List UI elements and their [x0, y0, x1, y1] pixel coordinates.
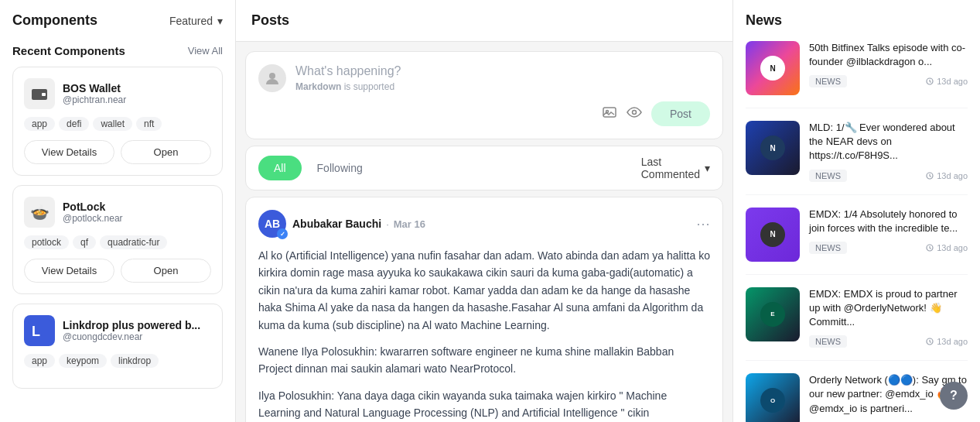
sort-dropdown[interactable]: LastCommented ▾: [641, 156, 710, 180]
post-header: AB ✓ Abubakar Bauchi · Mar 16 ⋯: [258, 210, 710, 238]
news-time-1: 13d ago: [926, 77, 968, 86]
tag-app: app: [24, 354, 55, 368]
compose-area: What's happening? Markdown is supported …: [245, 51, 723, 139]
potlock-name: PotLock: [63, 201, 211, 213]
potlock-handle: @potlock.near: [63, 213, 211, 224]
post-paragraph-3: Ilya Polosukhin: Yana daya daga cikin wa…: [258, 387, 710, 422]
news-thumb-1: N: [746, 41, 800, 95]
svg-text:L: L: [32, 324, 40, 339]
post-author-name: Abubakar Bauchi · Mar 16: [292, 218, 425, 230]
bos-wallet-name: BOS Wallet: [63, 82, 211, 94]
compose-actions: Post: [258, 101, 710, 126]
svg-point-5: [269, 73, 275, 79]
news-item-2[interactable]: N MLD: 1/🔧 Ever wondered about the NEAR …: [746, 121, 968, 195]
news-item-4[interactable]: E EMDX: EMDX is proud to partner up with…: [746, 287, 968, 362]
news-meta-3: NEWS 13d ago: [809, 242, 968, 254]
potlock-card-header: 🍲 PotLock @potlock.near: [24, 197, 211, 228]
tag-app: app: [24, 117, 55, 131]
image-upload-button[interactable]: [602, 105, 617, 124]
news-thumb-5: O: [746, 373, 800, 422]
sidebar-header: Components Featured ▾: [12, 12, 223, 29]
news-info-3: EMDX: 1/4 Absolutely honored to join for…: [809, 208, 968, 262]
recent-components-header: Recent Components View All: [12, 44, 223, 57]
potlock-actions: View Details Open: [24, 259, 211, 283]
help-button[interactable]: ?: [940, 382, 968, 410]
linkdrop-tags: app keypom linkdrop: [24, 354, 211, 368]
preview-button[interactable]: [627, 105, 642, 124]
near-logo-1: N: [760, 56, 785, 81]
news-meta-4: NEWS 13d ago: [809, 335, 968, 348]
news-title: News: [746, 12, 968, 29]
post-date: Mar 16: [394, 218, 425, 230]
component-card-potlock: 🍲 PotLock @potlock.near potlock qf quadr…: [12, 185, 223, 294]
news-badge-3: NEWS: [809, 242, 847, 254]
near-logo-2: N: [760, 136, 785, 160]
bos-wallet-view-details-button[interactable]: View Details: [24, 140, 114, 164]
near-logo-4: E: [760, 302, 785, 327]
bos-wallet-tags: app defi wallet nft: [24, 117, 211, 131]
filter-tabs: All Following: [258, 156, 378, 180]
news-badge-1: NEWS: [809, 75, 847, 87]
news-item-5[interactable]: O Orderly Network (🔵🔵): Say gm to our ne…: [746, 373, 968, 422]
filter-tab-all[interactable]: All: [258, 156, 302, 180]
news-badge-4: NEWS: [809, 335, 847, 348]
post-avatar: AB ✓: [258, 210, 286, 238]
news-info-2: MLD: 1/🔧 Ever wondered about the NEAR de…: [809, 121, 968, 182]
post-author-info: Abubakar Bauchi · Mar 16: [292, 218, 425, 230]
main-feed: Posts What's happening? Markdown is supp…: [236, 0, 732, 422]
posts-title: Posts: [251, 12, 289, 28]
news-meta-2: NEWS 13d ago: [809, 170, 968, 182]
post-card: AB ✓ Abubakar Bauchi · Mar 16 ⋯ Al ko (A…: [245, 197, 723, 422]
news-thumb-2: N: [746, 121, 800, 175]
bos-wallet-handle: @pichtran.near: [63, 94, 211, 105]
potlock-view-details-button[interactable]: View Details: [24, 259, 114, 283]
sort-label: LastCommented: [641, 156, 700, 180]
post-author: AB ✓ Abubakar Bauchi · Mar 16: [258, 210, 425, 238]
tag-quadratic-fur: quadratic-fur: [100, 235, 167, 249]
news-headline-1: 50th Bitfinex Talks episode with co-foun…: [809, 41, 968, 69]
linkdrop-info: Linkdrop plus powered b... @cuongdcdev.n…: [63, 319, 211, 342]
news-time-3: 13d ago: [926, 243, 968, 252]
news-item-3[interactable]: N EMDX: 1/4 Absolutely honored to join f…: [746, 208, 968, 275]
potlock-icon: 🍲: [24, 197, 55, 228]
tag-nft: nft: [136, 117, 162, 131]
news-item-1[interactable]: N 50th Bitfinex Talks episode with co-fo…: [746, 41, 968, 108]
bos-wallet-open-button[interactable]: Open: [121, 140, 211, 164]
compose-markdown-hint: Markdown is supported: [295, 81, 710, 92]
linkdrop-card-header: L Linkdrop plus powered b... @cuongdcdev…: [24, 315, 211, 346]
post-button[interactable]: Post: [651, 101, 710, 126]
sidebar-title: Components: [12, 12, 97, 29]
news-meta-1: NEWS 13d ago: [809, 75, 968, 87]
filter-tab-following[interactable]: Following: [302, 156, 378, 180]
news-info-4: EMDX: EMDX is proud to partner up with @…: [809, 287, 968, 348]
tag-keypom: keypom: [59, 354, 107, 368]
component-card-linkdrop: L Linkdrop plus powered b... @cuongdcdev…: [12, 304, 223, 389]
news-time-2: 13d ago: [926, 171, 968, 180]
linkdrop-icon: L: [24, 315, 55, 346]
compose-inner: What's happening? Markdown is supported: [258, 64, 710, 92]
featured-label: Featured: [169, 15, 213, 27]
svg-rect-2: [42, 93, 46, 96]
posts-header: Posts: [236, 0, 732, 42]
news-headline-2: MLD: 1/🔧 Ever wondered about the NEAR de…: [809, 121, 968, 163]
news-badge-2: NEWS: [809, 170, 847, 182]
news-thumb-4: E: [746, 287, 800, 341]
potlock-open-button[interactable]: Open: [121, 259, 211, 283]
compose-placeholder[interactable]: What's happening?: [295, 64, 710, 78]
component-card-header: BOS Wallet @pichtran.near: [24, 78, 211, 109]
verified-badge: ✓: [277, 228, 288, 239]
sidebar: Components Featured ▾ Recent Components …: [0, 0, 236, 422]
tag-qf: qf: [73, 235, 96, 249]
post-menu-button[interactable]: ⋯: [696, 215, 710, 232]
component-card-bos-wallet: BOS Wallet @pichtran.near app defi walle…: [12, 67, 223, 176]
svg-rect-6: [603, 108, 616, 117]
potlock-info: PotLock @potlock.near: [63, 201, 211, 224]
linkdrop-handle: @cuongdcdev.near: [63, 331, 211, 342]
recent-components-title: Recent Components: [12, 44, 125, 57]
post-paragraph-2: Wanene Ilya Polosukhin: kwararren softwa…: [258, 343, 710, 378]
tag-defi: defi: [59, 117, 89, 131]
tag-potlock: potlock: [24, 235, 69, 249]
view-all-link[interactable]: View All: [188, 45, 223, 57]
chevron-down-icon: ▾: [705, 162, 710, 174]
featured-dropdown[interactable]: Featured ▾: [169, 15, 223, 27]
